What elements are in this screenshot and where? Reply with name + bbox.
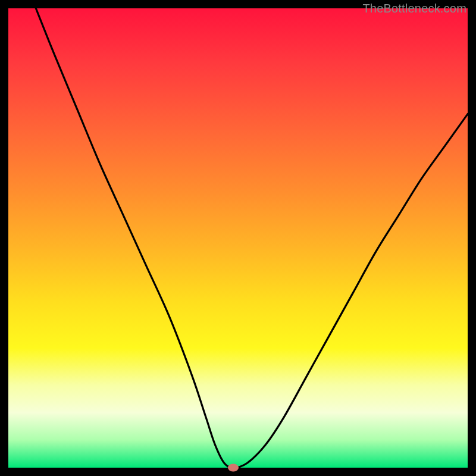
curve-path <box>36 8 468 468</box>
optimum-marker <box>228 464 239 472</box>
watermark-text: TheBottleneck.com <box>362 2 466 15</box>
plot-area <box>8 8 468 468</box>
bottleneck-curve <box>8 8 468 468</box>
chart-frame: TheBottleneck.com <box>0 0 476 476</box>
